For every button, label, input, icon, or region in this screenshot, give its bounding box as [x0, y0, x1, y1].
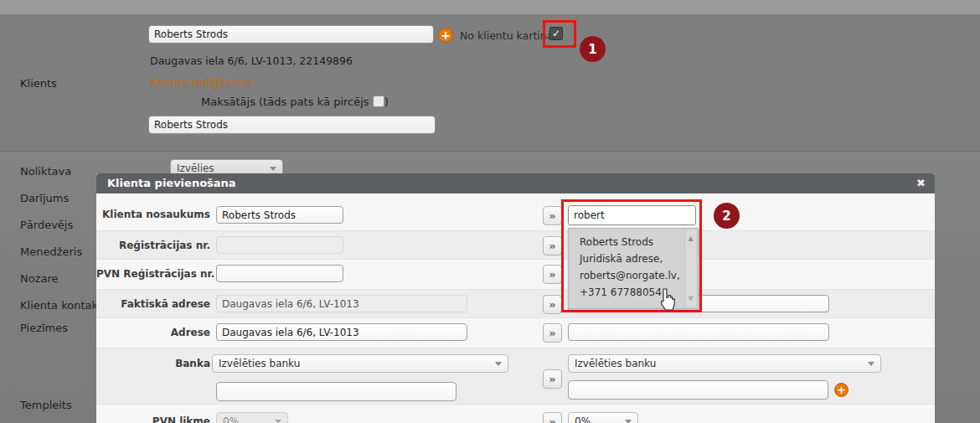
sidebar-item-noliktava: Noliktava [20, 165, 71, 178]
payer-label-suffix: ) [384, 95, 389, 108]
client-address-text: Daugavas iela 6/6, LV-1013, 22149896 [150, 54, 353, 67]
payer-label-text: Maksātājs (tāds pats kā pircējs [201, 95, 369, 108]
address-right-input[interactable] [568, 323, 829, 341]
chevron-down-icon [868, 362, 874, 366]
vat-rate-right-select-value: 0% [575, 415, 591, 423]
client-name-input[interactable] [148, 25, 434, 44]
client-add-modal: Klienta pievienošana ✖ Klienta nosaukums… [96, 173, 935, 423]
payer-same-checkbox[interactable] [373, 95, 384, 107]
transfer-vat-rate-button[interactable]: » [543, 412, 562, 423]
edit-client-link[interactable]: Klienta rediģēšana [151, 76, 252, 89]
address-row-label: Adrese [96, 327, 210, 338]
vat-rate-row-label: PVN likme [96, 415, 210, 423]
bank-left-select-value: Izvēlēties banku [219, 358, 300, 369]
bank-right-select-value: Izvēlēties banku [575, 358, 656, 369]
form-row-name: Klienta nosaukums » [96, 193, 935, 230]
bank-left-select[interactable]: Izvēlēties banku [212, 354, 508, 373]
application-window: + No klientu kartiņas ✓ 1 Daugavas iela … [0, 0, 980, 423]
annotation-badge-1: 1 [580, 36, 606, 62]
klients-field-label: Klients [20, 77, 57, 90]
payer-same-as-buyer-label: Maksātājs (tāds pats kā pircējs ) [201, 95, 389, 108]
sidebar-item-pardevejs: Pārdevējs [20, 219, 73, 231]
actual-address-row-label: Faktiskā adrese [96, 298, 210, 310]
name-row-label: Klienta nosaukums [96, 209, 210, 220]
annotation-badge-2: 2 [714, 203, 740, 229]
chevron-down-icon [495, 362, 502, 366]
transfer-address-button[interactable]: » [543, 323, 562, 343]
scroll-down-icon[interactable]: ▼ [685, 293, 696, 304]
transfer-vat-reg-button[interactable]: » [543, 265, 562, 284]
hand-cursor-icon [656, 287, 677, 312]
autocomplete-item[interactable]: Juridiskā adrese, [569, 250, 698, 267]
vat-rate-right-select[interactable]: 0% [568, 412, 638, 423]
autocomplete-item[interactable]: roberts@norgate.lv, [569, 267, 698, 284]
chevron-down-icon [625, 420, 632, 423]
section-divider [0, 151, 980, 152]
from-client-card-checkbox[interactable]: ✓ [549, 27, 563, 40]
form-row-bank: Banka Izvēlēties banku » Izvēlēties bank… [96, 348, 935, 405]
noliktava-select-value: Izvēlies [177, 162, 214, 174]
transfer-actual-address-button[interactable]: » [543, 295, 562, 314]
vat-reg-left-input[interactable] [216, 265, 343, 282]
bank-row-label: Banka [96, 358, 210, 369]
autocomplete-item[interactable]: Roberts Strods [569, 234, 698, 250]
sidebar-item-templeits: Templeits [20, 399, 72, 411]
reg-left-input [216, 236, 343, 254]
vat-rate-left-select-value: 0% [223, 415, 239, 423]
form-row-vat-reg: PVN Reģistrācijas nr. » [96, 260, 935, 289]
actual-address-left-input [216, 295, 467, 312]
bank-right-account-input[interactable] [568, 380, 828, 400]
form-row-address: Adrese » [96, 318, 935, 348]
close-icon[interactable]: ✖ [916, 173, 926, 193]
transfer-reg-button[interactable]: » [543, 236, 562, 255]
sidebar-item-klienta-kontakt: Klienta kontakt [20, 299, 102, 312]
transfer-bank-button[interactable]: » [543, 369, 562, 389]
transfer-name-button[interactable]: » [543, 206, 562, 225]
vat-reg-row-label: PVN Reģistrācijas nr. [96, 268, 210, 280]
form-row-actual-address: Faktiskā adrese » [96, 289, 935, 318]
client-name-left-input[interactable] [216, 206, 343, 224]
payer-name-input[interactable] [148, 116, 436, 134]
sidebar-item-nozare: Nozare [20, 272, 59, 285]
bank-left-account-input[interactable] [216, 382, 456, 401]
sidebar-item-menedzeris: Menedžeris [20, 245, 82, 258]
client-search-input[interactable] [568, 205, 696, 225]
form-row-vat-rate: PVN likme 0% » 0% [96, 405, 935, 423]
add-client-icon[interactable]: + [438, 28, 453, 43]
autocomplete-scrollbar[interactable]: ▲ ▼ [684, 230, 696, 307]
form-row-reg: Reģistrācijas nr. » [96, 230, 935, 260]
top-strip [0, 0, 980, 14]
autocomplete-item[interactable]: +371 67788054 [569, 284, 698, 301]
chevron-down-icon [270, 167, 276, 171]
vat-rate-left-select: 0% [216, 412, 288, 423]
scroll-up-icon[interactable]: ▲ [685, 233, 696, 244]
from-client-card-label: No klientu kartiņas [460, 29, 559, 42]
add-bank-account-icon[interactable]: + [834, 383, 848, 397]
autocomplete-dropdown: Roberts Strods Juridiskā adrese, roberts… [568, 228, 699, 309]
bank-right-select[interactable]: Izvēlēties banku [568, 354, 881, 373]
modal-title: Klienta pievienošana [107, 177, 236, 189]
chevron-down-icon [275, 420, 281, 423]
address-left-input[interactable] [216, 323, 467, 341]
sidebar-item-piezimes: Piezīmes [20, 322, 68, 334]
reg-row-label: Reģistrācijas nr. [96, 240, 210, 251]
sidebar-item-darijums: Darījums [20, 192, 69, 204]
modal-header[interactable]: Klienta pievienošana ✖ [96, 173, 935, 193]
